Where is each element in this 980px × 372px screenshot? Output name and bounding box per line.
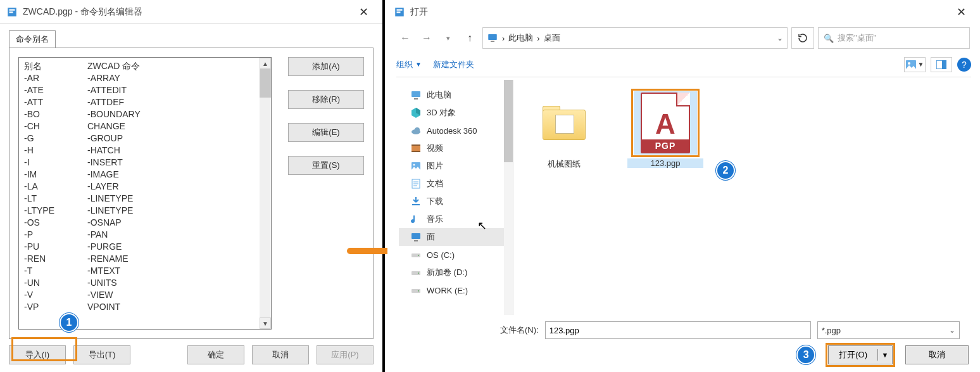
help-button[interactable]: ? [957, 58, 971, 72]
export-button[interactable]: 导出(T) [73, 345, 130, 364]
tree-item-label: WORK (E:) [427, 286, 468, 295]
alias-row[interactable]: -G-GROUP [24, 132, 146, 144]
alias-row[interactable]: -PU-PURGE [24, 241, 146, 253]
alias-cell-alias: -BO [24, 108, 87, 120]
video-icon [410, 143, 422, 154]
nav-up-button[interactable]: ↑ [461, 29, 479, 47]
alias-cell-command: -PAN [87, 229, 146, 241]
alias-row[interactable]: -IM-IMAGE [24, 169, 146, 181]
alias-col-alias: 别名 [24, 60, 87, 72]
remove-button[interactable]: 移除(R) [288, 90, 364, 109]
alias-tabstrip: 命令别名 [9, 30, 382, 48]
reset-button[interactable]: 重置(S) [288, 156, 364, 175]
nav-back-button[interactable]: ← [396, 29, 414, 47]
crumb-0[interactable]: 此电脑 [508, 32, 533, 44]
tree-item-cube[interactable]: 3D 对象 [399, 104, 510, 122]
tree-scrollbar[interactable] [504, 80, 513, 315]
alias-row[interactable]: -BO-BOUNDARY [24, 108, 146, 120]
open-cancel-button[interactable]: 取消 [905, 345, 969, 364]
alias-row[interactable]: -VPVPOINT [24, 301, 146, 313]
alias-cell-alias: -UN [24, 277, 87, 289]
download-icon [410, 196, 422, 207]
file-pane[interactable]: 机械图纸APGP123.pgp 2 [513, 80, 971, 315]
filename-input[interactable] [545, 321, 811, 339]
tree-item-cloud[interactable]: Autodesk 360 [399, 122, 510, 139]
callout-badge-3: 3 [796, 345, 815, 364]
new-folder-button[interactable]: 新建文件夹 [433, 59, 474, 70]
alias-row[interactable]: -LTYPE-LINETYPE [24, 205, 146, 217]
svg-point-9 [415, 127, 420, 132]
import-button[interactable]: 导入(I) [9, 345, 66, 364]
path-dropdown-icon[interactable]: ⌄ [777, 34, 783, 42]
tree-item-disk[interactable]: OS (C:) [399, 246, 510, 264]
tree-item-label: 图片 [427, 160, 443, 172]
alias-cell-alias: -LTYPE [24, 205, 87, 217]
alias-row[interactable]: -AR-ARRAY [24, 72, 146, 84]
ok-button[interactable]: 确定 [187, 345, 244, 364]
tree-item-label: 视频 [427, 143, 443, 154]
tree-item-disk[interactable]: 新加卷 (D:) [399, 264, 510, 281]
cancel-button[interactable]: 取消 [252, 345, 309, 364]
scroll-thumb[interactable] [260, 69, 271, 98]
tree-item-disk[interactable]: WORK (E:) [399, 281, 510, 299]
tree-item-download[interactable]: 下载 [399, 193, 510, 210]
alias-row[interactable]: -UN-UNITS [24, 277, 146, 289]
nav-forward-button[interactable]: → [418, 29, 436, 47]
alias-row[interactable]: -V-VIEW [24, 289, 146, 301]
search-input[interactable]: 🔍 搜索"桌面" [818, 27, 970, 49]
edit-button[interactable]: 编辑(E) [288, 123, 364, 142]
breadcrumb-path[interactable]: › 此电脑 › 桌面 ⌄ [482, 27, 788, 49]
alias-row[interactable]: -T-MTEXT [24, 265, 146, 277]
file-label: 机械图纸 [526, 158, 602, 170]
tree-item-doc[interactable]: 文档 [399, 175, 510, 193]
alias-row[interactable]: -ATE-ATTEDIT [24, 84, 146, 96]
refresh-button[interactable] [791, 27, 814, 49]
alias-row[interactable]: -H-HATCH [24, 144, 146, 157]
svg-rect-1 [491, 41, 494, 42]
tree-item-picture[interactable]: 图片 [399, 157, 510, 175]
tree-scroll-thumb[interactable] [504, 80, 513, 162]
add-button[interactable]: 添加(A) [288, 57, 364, 76]
alias-row[interactable]: -P-PAN [24, 229, 146, 241]
open-close-button[interactable]: ✕ [948, 5, 974, 19]
filter-value: *.pgp [822, 326, 841, 335]
folder-item[interactable]: 机械图纸 [526, 91, 602, 170]
alias-row[interactable]: -ATT-ATTDEF [24, 96, 146, 108]
preview-pane-button[interactable] [931, 57, 952, 72]
alias-row[interactable]: -REN-RENAME [24, 253, 146, 265]
alias-cell-alias: -ATE [24, 84, 87, 96]
file-filter-combo[interactable]: *.pgp ⌄ [817, 321, 960, 339]
alias-cell-alias: -T [24, 265, 87, 277]
alias-cell-alias: -ATT [24, 96, 87, 108]
file-item[interactable]: APGP123.pgp [627, 91, 703, 168]
alias-cell-command: -ARRAY [87, 72, 146, 84]
nav-tree[interactable]: 此电脑3D 对象Autodesk 360视频图片文档下载音乐面OS (C:)新加… [396, 80, 513, 315]
organize-menu[interactable]: 组织▼ [396, 59, 422, 70]
alias-row[interactable]: -CHCHANGE [24, 120, 146, 132]
svg-point-22 [418, 273, 419, 274]
crumb-1[interactable]: 桌面 [544, 32, 560, 44]
svg-rect-5 [942, 60, 946, 69]
open-split-dropdown[interactable]: ▼ [878, 351, 892, 359]
nav-recent-button[interactable]: ▾ [439, 29, 457, 47]
alias-row[interactable]: -OS-OSNAP [24, 217, 146, 229]
alias-row[interactable]: -LT-LINETYPE [24, 193, 146, 205]
open-button[interactable]: 打开(O) ▼ [828, 345, 893, 364]
tree-item-pc[interactable]: 此电脑 [399, 86, 510, 104]
alias-row[interactable]: -LA-LAYER [24, 181, 146, 193]
tree-item-video[interactable]: 视频 [399, 139, 510, 157]
open-navbar: ← → ▾ ↑ › 此电脑 › 桌面 ⌄ 🔍 搜索"桌面" [396, 24, 971, 52]
alias-scrollbar[interactable]: ▲ ▼ [260, 58, 271, 329]
scroll-down-icon[interactable]: ▼ [260, 317, 271, 329]
alias-close-button[interactable]: ✕ [351, 5, 376, 19]
view-mode-button[interactable]: ▼ [904, 57, 926, 72]
scroll-up-icon[interactable]: ▲ [260, 58, 271, 69]
alias-cell-alias: -I [24, 157, 87, 169]
tree-item-desktop[interactable]: 面 [399, 228, 510, 246]
alias-list[interactable]: 别名ZWCAD 命令 -AR-ARRAY-ATE-ATTEDIT-ATT-ATT… [18, 57, 272, 330]
svg-rect-7 [414, 98, 418, 99]
apply-button[interactable]: 应用(P) [317, 345, 374, 364]
alias-row[interactable]: -I-INSERT [24, 157, 146, 169]
tab-command-alias[interactable]: 命令别名 [9, 30, 56, 48]
tree-item-music[interactable]: 音乐 [399, 210, 510, 228]
